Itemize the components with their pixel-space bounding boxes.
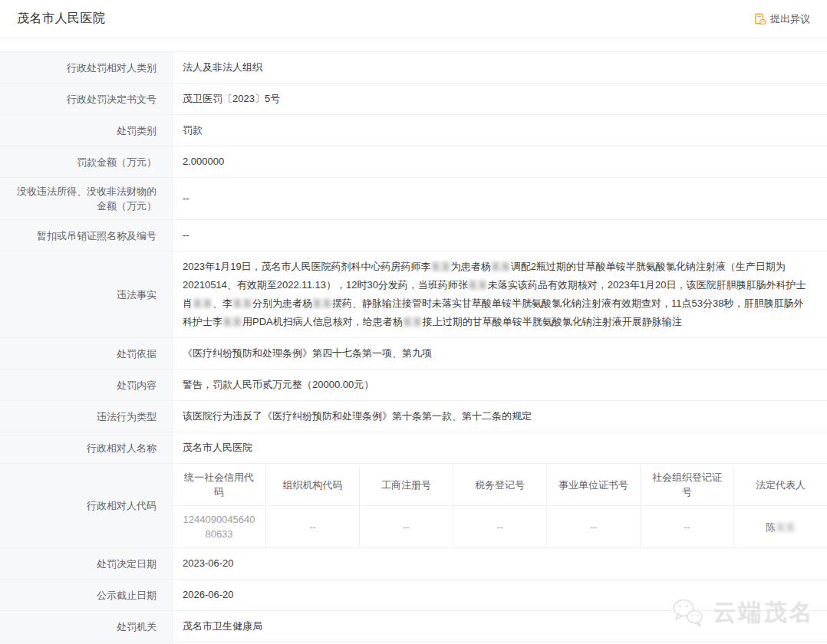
row-value: -- [173, 220, 827, 251]
row-value: 茂名市卫生健康局 [173, 611, 827, 642]
legal-representative: 陈某某 [734, 506, 827, 547]
row-value: 2.000000 [173, 146, 827, 177]
row-label: 罚款金额（万元） [0, 146, 173, 177]
column-header: 税务登记号 [453, 464, 547, 505]
row-value: 罚款 [173, 115, 827, 146]
row-value: 2026-06-20 [173, 580, 827, 610]
institution-certificate-no: -- [547, 506, 641, 547]
business-registration-no: -- [360, 506, 453, 547]
row-fine-amount: 罚款金额（万元） 2.000000 [0, 146, 827, 178]
row-publicity-deadline: 公示截止日期 2026-06-20 [0, 580, 827, 611]
row-value: 2023年1月19日，茂名市人民医院药剂科中心药房药师李某某为患者杨某某调配2瓶… [173, 251, 827, 337]
row-label: 处罚机关 [0, 611, 173, 642]
row-value: -- [173, 178, 827, 219]
penalty-record-table: 行政处罚相对人类别 法人及非法人组织 行政处罚决定书文号 茂卫医罚〔2023〕5… [0, 51, 827, 644]
row-party-type: 行政处罚相对人类别 法人及非法人组织 [0, 52, 827, 84]
column-header: 组织机构代码 [266, 464, 360, 505]
violation-facts-text: 2023年1月19日，茂名市人民医院药剂科中心药房药师李某某为患者杨某某调配2瓶… [183, 258, 809, 331]
raise-objection-button[interactable]: 提出异议 [748, 9, 816, 29]
row-party-codes: 行政相对人代码 统一社会信用代码 组织机构代码 工商注册号 税务登记号 事业单位… [0, 464, 827, 548]
row-label: 处罚内容 [0, 370, 173, 400]
unified-social-credit-code: 124409004564080633 [173, 506, 266, 547]
tax-registration-no: -- [453, 506, 547, 547]
row-label: 公示截止日期 [0, 580, 173, 610]
row-confiscation-amount: 没收违法所得、没收非法财物的金额（万元） -- [0, 178, 827, 220]
row-party-name: 行政相对人名称 茂名市人民医院 [0, 432, 827, 464]
row-penalty-category: 处罚类别 罚款 [0, 115, 827, 146]
row-label: 处罚决定日期 [0, 548, 173, 579]
row-penalty-basis: 处罚依据 《医疗纠纷预防和处理条例》第四十七条第一项、第九项 [0, 338, 827, 370]
party-code-table: 统一社会信用代码 组织机构代码 工商注册号 税务登记号 事业单位证书号 社会组织… [173, 464, 827, 547]
row-label: 没收违法所得、没收非法财物的金额（万元） [0, 178, 173, 219]
column-header: 事业单位证书号 [547, 464, 641, 505]
row-value: 2023-06-20 [173, 548, 827, 579]
row-value: 警告，罚款人民币贰万元整（20000.00元） [173, 370, 827, 400]
organization-code: -- [266, 506, 360, 547]
row-value: 《医疗纠纷预防和处理条例》第四十七条第一项、第九项 [173, 338, 827, 369]
social-org-registration-no: -- [641, 506, 734, 547]
window-header: 茂名市人民医院 提出异议 [0, 0, 827, 38]
page-title: 茂名市人民医院 [17, 11, 106, 27]
row-license-revocation: 暂扣或吊销证照名称及编号 -- [0, 220, 827, 251]
column-header: 法定代表人 [734, 464, 827, 505]
column-header: 工商注册号 [360, 464, 453, 505]
party-code-value-row: 124409004564080633 -- -- -- -- -- 陈某某 [173, 506, 827, 547]
raise-objection-label: 提出异议 [770, 12, 810, 26]
row-decision-doc-no: 行政处罚决定书文号 茂卫医罚〔2023〕5号 [0, 84, 827, 115]
row-penalty-authority: 处罚机关 茂名市卫生健康局 [0, 611, 827, 642]
row-label: 行政处罚决定书文号 [0, 84, 173, 114]
row-value: 该医院行为违反了《医疗纠纷预防和处理条例》第十条第一款、第十二条的规定 [173, 401, 827, 432]
row-label: 违法事实 [0, 251, 173, 337]
row-penalty-content: 处罚内容 警告，罚款人民币贰万元整（20000.00元） [0, 370, 827, 401]
row-violation-type: 违法行为类型 该医院行为违反了《医疗纠纷预防和处理条例》第十条第一款、第十二条的… [0, 401, 827, 432]
row-value: 茂名市人民医院 [173, 432, 827, 463]
row-value: 茂卫医罚〔2023〕5号 [173, 84, 827, 114]
row-label: 行政处罚相对人类别 [0, 52, 173, 83]
row-value: 法人及非法人组织 [173, 52, 827, 83]
column-header: 统一社会信用代码 [173, 464, 266, 505]
party-code-header-row: 统一社会信用代码 组织机构代码 工商注册号 税务登记号 事业单位证书号 社会组织… [173, 464, 827, 506]
row-label: 行政相对人代码 [0, 464, 173, 547]
row-label: 处罚类别 [0, 115, 173, 146]
row-label: 违法行为类型 [0, 401, 173, 432]
row-label: 行政相对人名称 [0, 432, 173, 463]
objection-document-icon [754, 13, 766, 25]
row-label: 暂扣或吊销证照名称及编号 [0, 220, 173, 251]
row-decision-date: 处罚决定日期 2023-06-20 [0, 548, 827, 580]
row-violation-facts: 违法事实 2023年1月19日，茂名市人民医院药剂科中心药房药师李某某为患者杨某… [0, 251, 827, 338]
row-label: 处罚依据 [0, 338, 173, 369]
column-header: 社会组织登记证号 [641, 464, 734, 505]
